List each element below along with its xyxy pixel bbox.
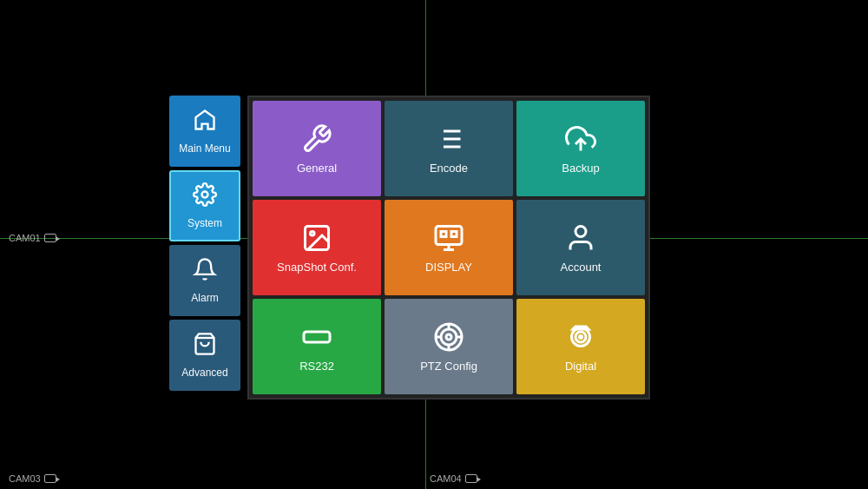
person-icon	[565, 222, 596, 254]
cam04-text: CAM04	[430, 473, 462, 484]
encode-label: Encode	[430, 162, 468, 175]
wrench-icon	[301, 123, 332, 155]
display-label: DISPLAY	[425, 261, 472, 274]
svg-point-10	[311, 231, 315, 235]
system-label: System	[187, 217, 222, 229]
sidebar: Main Menu System Alarm	[169, 96, 240, 400]
gear-icon	[193, 182, 217, 212]
svg-point-0	[202, 192, 208, 198]
cam03-icon	[44, 474, 56, 483]
snapshot-label: SnapShot Conf.	[277, 261, 357, 274]
bell-icon	[193, 257, 217, 287]
menu-grid: General Encode Backup	[247, 96, 650, 400]
menu-item-rs232[interactable]: RS232	[253, 299, 381, 394]
menu-item-digital[interactable]: Digital	[516, 299, 645, 394]
sidebar-item-system[interactable]: System	[169, 170, 240, 241]
list-icon	[433, 123, 464, 155]
cam01-text: CAM01	[9, 233, 41, 243]
upload-icon	[565, 123, 596, 155]
main-container: Main Menu System Alarm	[169, 96, 650, 400]
menu-item-account[interactable]: Account	[516, 200, 645, 295]
menu-item-snapshot[interactable]: SnapShot Conf.	[253, 200, 381, 295]
cam01-icon	[44, 234, 56, 242]
ptz-label: PTZ Config	[420, 360, 477, 373]
rs232-label: RS232	[299, 360, 334, 373]
advanced-label: Advanced	[181, 367, 227, 379]
menu-item-encode[interactable]: Encode	[385, 101, 513, 196]
svg-rect-15	[451, 231, 457, 236]
image-icon	[301, 222, 332, 254]
svg-point-23	[441, 329, 457, 345]
target-icon	[433, 321, 464, 353]
sidebar-item-advanced[interactable]: Advanced	[169, 320, 240, 391]
svg-rect-14	[441, 231, 446, 236]
menu-item-backup[interactable]: Backup	[516, 101, 645, 196]
account-label: Account	[561, 261, 602, 274]
menu-item-display[interactable]: DISPLAY	[385, 200, 513, 295]
sidebar-item-main-menu[interactable]: Main Menu	[169, 96, 240, 167]
svg-point-24	[446, 334, 451, 340]
camera-label-cam01: CAM01	[9, 233, 56, 243]
svg-rect-17	[304, 332, 330, 342]
general-label: General	[297, 162, 337, 175]
cam03-text: CAM03	[9, 473, 41, 484]
sidebar-item-alarm[interactable]: Alarm	[169, 245, 240, 316]
svg-point-31	[580, 335, 582, 338]
display-icon	[433, 222, 464, 254]
menu-item-general[interactable]: General	[253, 101, 381, 196]
cam04-icon	[465, 474, 477, 483]
camera-label-cam04: CAM04	[430, 473, 477, 484]
rs232-icon	[301, 321, 332, 353]
backup-label: Backup	[562, 162, 599, 175]
alarm-label: Alarm	[191, 292, 218, 304]
camera-label-cam03: CAM03	[9, 473, 56, 484]
main-menu-label: Main Menu	[179, 142, 230, 155]
digital-label: Digital	[565, 360, 596, 373]
home-icon	[193, 108, 217, 137]
svg-point-16	[575, 226, 586, 236]
bag-icon	[193, 332, 217, 361]
camera-icon	[565, 321, 596, 353]
menu-item-ptz[interactable]: PTZ Config	[385, 299, 513, 394]
